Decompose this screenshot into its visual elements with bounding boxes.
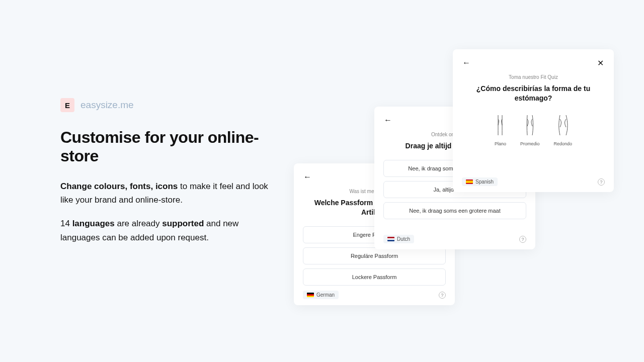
back-arrow-icon[interactable]: ← (383, 116, 392, 125)
language-selector[interactable]: German (303, 291, 339, 299)
paragraph-1-strong: Change colours, fonts, icons (60, 182, 178, 191)
body-average-icon (524, 114, 535, 136)
paragraph-2: 14 languages are already supported and n… (60, 217, 272, 244)
option-button[interactable]: Reguläre Passform (303, 247, 446, 264)
flag-netherlands-icon (387, 237, 394, 241)
help-icon[interactable]: ? (598, 178, 605, 186)
card-question: ¿Cómo describirías la forma de tu estóma… (462, 84, 605, 103)
quiz-card-spanish: ← ✕ Toma nuestro Fit Quiz ¿Cómo describi… (453, 49, 614, 192)
language-label: German (316, 292, 335, 298)
body-flat-icon (495, 114, 505, 136)
close-icon[interactable]: ✕ (596, 58, 605, 67)
marketing-copy: E easysize.me Customise for your online-… (60, 98, 272, 254)
body-shape-option-round[interactable]: Redondo (554, 114, 573, 146)
body-shape-row: Plano Promedio Redondo (462, 114, 605, 146)
language-selector[interactable]: Spanish (462, 177, 498, 186)
body-shape-option-flat[interactable]: Plano (495, 114, 506, 146)
brand-logo: E easysize.me (60, 98, 272, 112)
help-icon[interactable]: ? (439, 292, 446, 299)
back-arrow-icon[interactable]: ← (462, 58, 471, 67)
option-button[interactable]: Nee, ik draag soms een grotere maat (383, 202, 526, 219)
logo-mark: E (60, 98, 74, 112)
language-label: Dutch (397, 236, 410, 242)
shape-label: Promedio (520, 141, 540, 146)
flag-spain-icon (466, 179, 473, 184)
help-icon[interactable]: ? (519, 236, 526, 243)
back-arrow-icon[interactable]: ← (303, 172, 312, 182)
flag-germany-icon (307, 293, 314, 297)
body-round-icon (557, 114, 569, 136)
card-subtitle: Toma nuestro Fit Quiz (462, 74, 605, 80)
option-button[interactable]: Lockere Passform (303, 268, 446, 286)
language-label: Spanish (475, 179, 494, 185)
language-selector[interactable]: Dutch (383, 235, 414, 243)
shape-label: Redondo (554, 141, 573, 146)
page-title: Customise for your online-store (60, 128, 272, 165)
shape-label: Plano (495, 141, 506, 146)
logo-text: easysize.me (80, 100, 134, 111)
paragraph-1: Change colours, fonts, icons to make it … (60, 179, 272, 207)
body-shape-option-average[interactable]: Promedio (520, 114, 540, 146)
